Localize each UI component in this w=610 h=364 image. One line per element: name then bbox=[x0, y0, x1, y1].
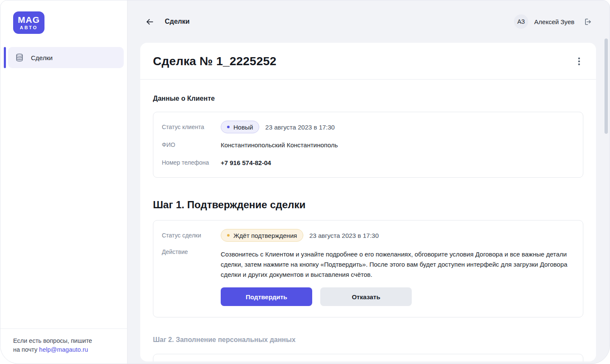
client-status-label: Статус клиента bbox=[162, 124, 221, 130]
deal-status-label: Статус сделки bbox=[162, 232, 221, 239]
deal-card-header: Сделка № 1_2225252 bbox=[140, 43, 596, 80]
sidebar-item-label: Сделки bbox=[31, 54, 53, 61]
client-status-row: Статус клиента Новый 23 августа 2023 в 1… bbox=[162, 118, 574, 136]
back-button[interactable] bbox=[145, 17, 154, 26]
brand-logo-text-bottom: АВТО bbox=[20, 25, 38, 30]
logout-button[interactable] bbox=[583, 17, 592, 26]
user-menu: АЗ Алексей Зуев bbox=[514, 14, 592, 29]
footer-help-line1: Если есть вопросы, пишите bbox=[13, 336, 114, 345]
sidebar-nav: Сделки bbox=[0, 47, 127, 68]
action-description: Созвонитесь с Клиентом и узнайте подробн… bbox=[221, 248, 571, 280]
deal-card: Сделка № 1_2225252 Данные о Клиенте Стат… bbox=[140, 43, 596, 361]
status-badge-new: Новый bbox=[221, 121, 259, 133]
deal-title: Сделка № 1_2225252 bbox=[153, 55, 276, 68]
client-phone-label: Номер телефона bbox=[162, 159, 221, 166]
kebab-menu-icon[interactable] bbox=[576, 55, 582, 68]
client-name-label: ФИО bbox=[162, 141, 221, 148]
status-badge-waiting: Ждёт подтверждения bbox=[221, 229, 303, 242]
app-frame: MAG АВТО Сделки Если есть вопросы, пишит… bbox=[0, 0, 610, 364]
deal-card-body: Данные о Клиенте Статус клиента Новый 23… bbox=[140, 95, 596, 361]
client-phone-row: Номер телефона +7 916 574-82-04 bbox=[162, 154, 574, 171]
user-name: Алексей Зуев bbox=[534, 18, 574, 25]
client-phone-value: +7 916 574-82-04 bbox=[221, 159, 271, 166]
confirm-button[interactable]: Подтвердить bbox=[221, 287, 312, 306]
step1-heading: Шаг 1. Подтверждение сделки bbox=[153, 199, 583, 211]
status-badge-label: Новый bbox=[233, 124, 253, 131]
vertical-scrollbar[interactable] bbox=[604, 39, 608, 134]
client-info-box: Статус клиента Новый 23 августа 2023 в 1… bbox=[153, 112, 583, 178]
action-label: Действие bbox=[162, 248, 221, 255]
status-dot bbox=[227, 234, 230, 237]
page-title: Сделки bbox=[165, 18, 190, 25]
client-section-heading: Данные о Клиенте bbox=[153, 95, 583, 102]
decline-button[interactable]: Отказать bbox=[320, 287, 412, 306]
brand-logo: MAG АВТО bbox=[13, 11, 44, 34]
sidebar-item-deals[interactable]: Сделки bbox=[8, 47, 124, 68]
database-icon bbox=[15, 53, 24, 62]
avatar[interactable]: АЗ bbox=[514, 14, 528, 29]
deal-status-row: Статус сделки Ждёт подтверждения 23 авгу… bbox=[162, 226, 574, 244]
client-name-value: Константинопольский Константинополь bbox=[221, 141, 338, 149]
footer-help-line2: на почту help@magauto.ru bbox=[13, 345, 114, 354]
back-arrow-icon bbox=[145, 17, 154, 26]
active-item-accent-bar bbox=[4, 47, 6, 68]
step1-buttons: Подтвердить Отказать bbox=[221, 287, 574, 306]
step1-box: Статус сделки Ждёт подтверждения 23 авгу… bbox=[153, 220, 583, 317]
sidebar: MAG АВТО Сделки Если есть вопросы, пишит… bbox=[0, 0, 128, 364]
deal-status-date: 23 августа 2023 в 17:30 bbox=[309, 232, 379, 239]
sidebar-footer: Если есть вопросы, пишите на почту help@… bbox=[0, 328, 127, 364]
topbar: Сделки АЗ Алексей Зуев bbox=[128, 0, 610, 43]
logout-icon bbox=[583, 17, 592, 26]
support-email-link[interactable]: help@magauto.ru bbox=[39, 346, 88, 353]
footer-help-prefix: на почту bbox=[13, 346, 39, 353]
client-status-date: 23 августа 2023 в 17:30 bbox=[265, 124, 335, 131]
brand-logo-text-top: MAG bbox=[18, 15, 40, 25]
step2-disabled-box: Будет доступен после подтверждения сделк… bbox=[153, 354, 583, 361]
main-area: Сделки АЗ Алексей Зуев Сделка № 1_222525… bbox=[128, 0, 610, 364]
status-dot bbox=[227, 126, 230, 128]
client-name-row: ФИО Константинопольский Константинополь bbox=[162, 136, 574, 154]
step2-heading: Шаг 2. Заполнение персональных данных bbox=[153, 336, 583, 344]
action-row: Действие Созвонитесь с Клиентом и узнайт… bbox=[162, 244, 574, 280]
status-badge-label: Ждёт подтверждения bbox=[233, 232, 297, 239]
